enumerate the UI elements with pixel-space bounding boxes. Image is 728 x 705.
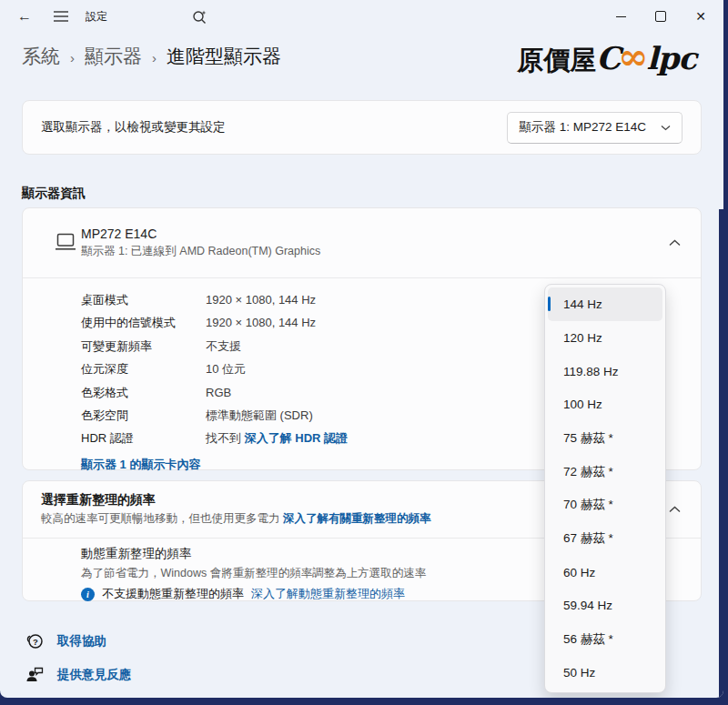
svg-text:?: ? bbox=[33, 637, 38, 647]
dynamic-refresh-learn-more-link[interactable]: 深入了解動態重新整理的頻率 bbox=[251, 586, 405, 602]
coolpc-logo: 原價屋 C ∞ lpc bbox=[517, 40, 696, 79]
refresh-rate-option-label: 100 Hz bbox=[563, 398, 602, 411]
property-value: 10 位元 bbox=[206, 358, 246, 380]
window-controls: ✕ bbox=[601, 3, 721, 30]
refresh-rate-option-label: 70 赫茲 * bbox=[563, 497, 613, 513]
page-title: 進階型顯示器 bbox=[167, 44, 281, 69]
search-icon bbox=[192, 9, 207, 25]
refresh-rate-option-label: 56 赫茲 * bbox=[563, 631, 613, 648]
refresh-rate-learn-more-link[interactable]: 深入了解有關重新整理的頻率 bbox=[283, 512, 431, 525]
property-value: 1920 × 1080, 144 Hz bbox=[206, 288, 316, 311]
nav-menu-button[interactable] bbox=[47, 5, 75, 28]
settings-window: ← 設定 ✕ 系統 › 顯示器 › 進階型顯示器 原價屋 bbox=[0, 0, 723, 698]
property-label: 使用中的信號模式 bbox=[81, 311, 206, 334]
feedback-row: 提供意見反應 bbox=[25, 666, 131, 683]
search-button[interactable] bbox=[186, 5, 213, 28]
refresh-rate-option[interactable]: 144 Hz bbox=[548, 287, 662, 321]
property-label: 色彩格式 bbox=[81, 381, 206, 404]
refresh-rate-option[interactable]: 75 赫茲 * bbox=[548, 421, 662, 455]
breadcrumb-separator: › bbox=[152, 48, 157, 65]
refresh-rate-option-label: 50 Hz bbox=[563, 666, 595, 680]
monitor-icon bbox=[54, 232, 77, 252]
display-info-section-title: 顯示器資訊 bbox=[22, 186, 86, 202]
breadcrumb-system[interactable]: 系統 bbox=[22, 44, 60, 69]
minimize-button[interactable] bbox=[601, 3, 641, 30]
breadcrumb: 系統 › 顯示器 › 進階型顯示器 bbox=[22, 44, 281, 69]
display-selector-value: 顯示器 1: MP272 E14C bbox=[519, 119, 646, 136]
refresh-rate-option[interactable]: 100 Hz bbox=[548, 388, 662, 421]
hdr-certification-link[interactable]: 深入了解 HDR 認證 bbox=[245, 431, 348, 445]
monitor-connection: 顯示器 1: 已連線到 AMD Radeon(TM) Graphics bbox=[81, 244, 320, 259]
feedback-icon bbox=[25, 666, 45, 683]
info-icon: i bbox=[81, 588, 95, 601]
logo-chinese-text: 原價屋 bbox=[517, 43, 596, 79]
desktop-edge bbox=[0, 698, 728, 705]
refresh-rate-option[interactable]: 56 赫茲 * bbox=[548, 622, 662, 656]
dynamic-refresh-status: 不支援動態重新整理的頻率 bbox=[102, 586, 244, 602]
chevron-up-icon[interactable] bbox=[669, 506, 681, 513]
select-display-card: 選取顯示器，以檢視或變更其設定 顯示器 1: MP272 E14C bbox=[22, 100, 702, 155]
refresh-rate-option-label: 119.88 Hz bbox=[563, 365, 619, 378]
refresh-rate-option[interactable]: 59.94 Hz bbox=[548, 589, 662, 622]
refresh-rate-option-label: 60 Hz bbox=[563, 566, 595, 579]
refresh-rate-option-label: 59.94 Hz bbox=[563, 599, 612, 612]
property-label: 色彩空間 bbox=[81, 404, 206, 427]
close-icon: ✕ bbox=[695, 10, 706, 23]
back-button[interactable]: ← bbox=[11, 5, 38, 28]
help-icon: ? bbox=[25, 631, 45, 650]
property-value: 不支援 bbox=[206, 335, 241, 358]
back-arrow-icon: ← bbox=[17, 8, 32, 25]
refresh-rate-option-label: 67 赫茲 * bbox=[563, 530, 613, 547]
refresh-rate-option-label: 144 Hz bbox=[563, 297, 602, 311]
display-info-header[interactable]: MP272 E14C 顯示器 1: 已連線到 AMD Radeon(TM) Gr… bbox=[23, 208, 701, 277]
refresh-rate-option-label: 75 赫茲 * bbox=[563, 430, 613, 447]
refresh-rate-flyout: 144 Hz120 Hz119.88 Hz100 Hz75 赫茲 *72 赫茲 … bbox=[544, 284, 666, 693]
breadcrumb-separator: › bbox=[70, 48, 75, 65]
refresh-rate-option[interactable]: 67 赫茲 * bbox=[548, 522, 662, 556]
close-button[interactable]: ✕ bbox=[681, 3, 721, 30]
titlebar: ← 設定 ✕ bbox=[0, 0, 723, 33]
property-value: 1920 × 1080, 144 Hz bbox=[206, 311, 316, 334]
property-value: 找不到 深入了解 HDR 認證 bbox=[206, 427, 348, 449]
logo-letter-c: C bbox=[596, 40, 620, 76]
refresh-rate-option-label: 120 Hz bbox=[563, 331, 602, 345]
select-display-label: 選取顯示器，以檢視或變更其設定 bbox=[41, 119, 226, 136]
feedback-link[interactable]: 提供意見反應 bbox=[57, 667, 131, 683]
hamburger-icon bbox=[54, 11, 68, 22]
property-label: 位元深度 bbox=[81, 358, 206, 380]
refresh-rate-option[interactable]: 60 Hz bbox=[548, 556, 662, 589]
logo-suffix: lpc bbox=[647, 40, 696, 76]
desktop-edge bbox=[719, 209, 723, 698]
refresh-rate-option[interactable]: 70 赫茲 * bbox=[548, 488, 662, 522]
maximize-button[interactable] bbox=[641, 3, 681, 30]
get-help-row: ? 取得協助 bbox=[25, 631, 106, 650]
refresh-rate-option[interactable]: 50 Hz bbox=[548, 656, 662, 690]
refresh-rate-option-label: 72 赫茲 * bbox=[563, 464, 613, 480]
property-value: RGB bbox=[206, 381, 231, 404]
maximize-icon bbox=[655, 11, 666, 22]
chevron-down-icon bbox=[661, 125, 671, 131]
breadcrumb-display[interactable]: 顯示器 bbox=[85, 44, 142, 69]
refresh-rate-option[interactable]: 119.88 Hz bbox=[548, 355, 662, 388]
refresh-rate-description-text: 較高的速率可更順暢地移動，但也使用更多電力 bbox=[41, 512, 280, 525]
refresh-rate-option[interactable]: 72 赫茲 * bbox=[548, 455, 662, 488]
monitor-name: MP272 E14C bbox=[81, 227, 320, 241]
refresh-rate-option[interactable]: 120 Hz bbox=[548, 321, 662, 355]
selected-indicator bbox=[548, 297, 551, 311]
app-title: 設定 bbox=[86, 9, 107, 25]
property-value: 標準動態範圍 (SDR) bbox=[206, 404, 313, 427]
display-selector-dropdown[interactable]: 顯示器 1: MP272 E14C bbox=[507, 112, 682, 144]
property-label: 可變更新頻率 bbox=[81, 335, 206, 358]
property-label: 桌面模式 bbox=[81, 288, 206, 311]
chevron-up-icon[interactable] bbox=[669, 239, 681, 247]
minimize-icon bbox=[616, 16, 626, 17]
get-help-link[interactable]: 取得協助 bbox=[57, 633, 106, 650]
property-label: HDR 認證 bbox=[81, 427, 206, 449]
